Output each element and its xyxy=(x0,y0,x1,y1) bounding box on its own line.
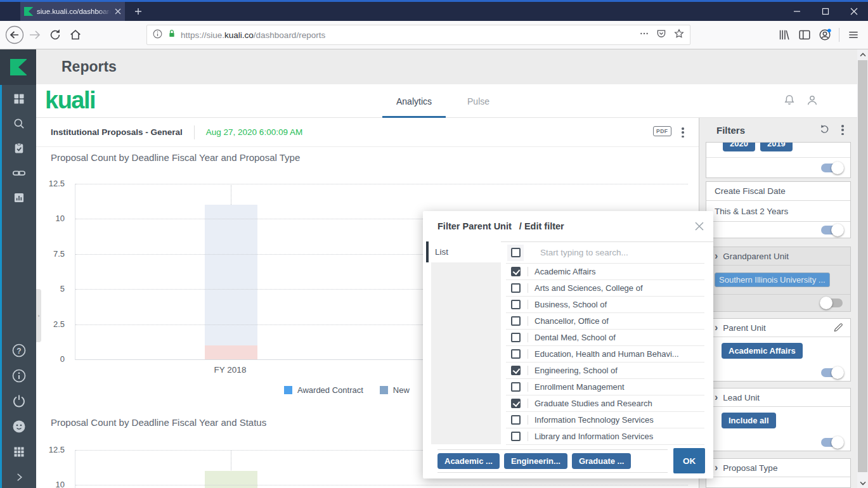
browser-tab[interactable]: siue.kuali.co/dashboard/report xyxy=(20,2,125,21)
selected-unit-chip[interactable]: Academic ... xyxy=(437,453,500,469)
ok-button[interactable]: OK xyxy=(673,448,705,473)
window-controls xyxy=(782,2,868,21)
unit-option-label: Chancellor, Office of xyxy=(534,316,609,326)
profile-icon[interactable] xyxy=(805,93,819,110)
filter-toggle[interactable] xyxy=(821,226,843,234)
unit-option-row[interactable]: Graduate Studies and Research xyxy=(506,395,704,412)
pdf-export-button[interactable]: PDF xyxy=(653,126,671,136)
unit-checkbox[interactable] xyxy=(511,316,521,326)
apps-icon[interactable] xyxy=(11,444,27,459)
unit-option-row[interactable]: Dental Med, School of xyxy=(506,330,704,346)
unit-option-row[interactable]: Business, School of xyxy=(506,297,704,313)
unit-checkbox[interactable] xyxy=(511,432,521,441)
tab-close-icon[interactable] xyxy=(115,8,121,15)
help-icon[interactable]: ? xyxy=(11,343,27,358)
selected-unit-chip[interactable]: Graduate ... xyxy=(572,453,632,469)
search-icon[interactable] xyxy=(11,116,27,131)
card-header[interactable]: › Grandparent Unit xyxy=(706,247,850,266)
unit-checkbox[interactable] xyxy=(511,415,521,425)
pocket-icon[interactable] xyxy=(656,28,667,42)
legend-item[interactable]: Awarded Contract xyxy=(284,385,363,395)
unit-option-row[interactable]: Engineering, School of xyxy=(506,363,704,379)
unit-option-label: Academic Affairs xyxy=(534,267,596,276)
page-actions-icon[interactable] xyxy=(639,29,649,41)
page-scrollbar[interactable] xyxy=(857,49,868,488)
unit-checkbox[interactable] xyxy=(511,333,521,342)
select-all-checkbox[interactable] xyxy=(511,248,521,257)
scroll-down-icon[interactable] xyxy=(857,478,868,488)
unit-option-row[interactable]: Enrollment Management xyxy=(506,379,704,395)
unit-checkbox[interactable] xyxy=(511,267,521,276)
card-header-label[interactable]: Create Fiscal Date xyxy=(706,182,850,201)
create-fiscal-date-value[interactable]: This & Last 2 Years xyxy=(706,201,850,222)
card-header[interactable]: › Proposal Type xyxy=(706,459,850,477)
filters-menu-icon[interactable] xyxy=(841,125,844,135)
url-bar[interactable]: https://siue.kuali.co/dashboard/reports xyxy=(146,25,690,45)
account-icon[interactable] xyxy=(815,25,835,45)
dashboard-icon[interactable] xyxy=(11,91,27,106)
forward-button[interactable] xyxy=(25,25,45,45)
unit-option-row[interactable]: Information Technology Services xyxy=(506,412,704,428)
legend-item[interactable]: New xyxy=(380,385,410,395)
tasks-icon[interactable] xyxy=(11,141,27,156)
tab-pulse[interactable]: Pulse xyxy=(450,84,507,118)
bookmark-star-icon[interactable] xyxy=(673,28,685,42)
report-menu-icon[interactable] xyxy=(682,127,684,138)
tab-title: siue.kuali.co/dashboard/report xyxy=(37,8,111,15)
chart1-bar[interactable] xyxy=(205,184,257,359)
grandparent-unit-selected-value[interactable]: Southern Illinois University ... xyxy=(715,273,830,287)
expand-sidebar-icon[interactable] xyxy=(11,470,27,485)
unit-option-row[interactable]: Arts and Sciences, College of xyxy=(506,280,704,297)
lead-unit-chip[interactable]: Include all xyxy=(722,413,776,428)
chart-icon[interactable] xyxy=(11,190,27,205)
unit-checkbox[interactable] xyxy=(511,300,521,309)
back-button[interactable] xyxy=(4,25,25,45)
unit-search-input[interactable] xyxy=(540,248,686,257)
close-button[interactable] xyxy=(839,2,868,21)
unit-checkbox[interactable] xyxy=(511,399,521,408)
minimize-button[interactable] xyxy=(782,2,811,21)
card-header[interactable]: › Lead Unit xyxy=(706,388,850,407)
reload-button[interactable] xyxy=(45,25,65,45)
report-timestamp: Aug 27, 2020 6:00:09 AM xyxy=(206,127,302,137)
home-button[interactable] xyxy=(65,25,86,45)
unit-checkbox[interactable] xyxy=(511,366,521,375)
filter-toggle[interactable] xyxy=(821,368,843,377)
menu-icon[interactable] xyxy=(843,25,864,45)
modal-nav-item-list[interactable]: List xyxy=(426,241,501,262)
maximize-button[interactable] xyxy=(811,2,839,21)
filters-refresh-icon[interactable] xyxy=(819,124,830,138)
unit-checkbox[interactable] xyxy=(511,283,521,293)
unit-option-row[interactable]: Library and Information Services xyxy=(506,428,704,445)
unit-option-row[interactable]: Chancellor, Office of xyxy=(506,313,704,330)
card-header[interactable]: › Parent Unit xyxy=(706,319,850,337)
fiscal-year-chip[interactable]: 2019 xyxy=(760,143,793,151)
unit-option-row[interactable]: Academic Affairs xyxy=(506,264,704,280)
link-icon[interactable] xyxy=(11,165,27,181)
scroll-up-icon[interactable] xyxy=(857,49,868,60)
logout-icon[interactable] xyxy=(11,394,27,409)
https-lock-icon[interactable] xyxy=(167,29,177,41)
drawer-handle[interactable]: › xyxy=(36,289,41,342)
sidebars-icon[interactable] xyxy=(794,25,815,45)
filter-toggle[interactable] xyxy=(821,164,843,172)
library-icon[interactable] xyxy=(774,25,794,45)
parent-unit-chip[interactable]: Academic Affairs xyxy=(722,343,803,359)
fiscal-year-chip[interactable]: 2020 xyxy=(723,143,755,151)
scrollbar-thumb[interactable] xyxy=(858,60,867,472)
info-icon[interactable] xyxy=(11,368,27,383)
page-info-icon[interactable] xyxy=(152,29,163,42)
kuali-logo-icon[interactable] xyxy=(0,49,36,85)
filter-toggle[interactable] xyxy=(821,299,843,307)
edit-filter-pencil-icon[interactable] xyxy=(832,322,844,335)
unit-option-row[interactable]: Education, Health and Human Behavi... xyxy=(506,346,704,363)
feedback-icon[interactable] xyxy=(11,419,27,434)
selected-unit-chip[interactable]: Engineerin... xyxy=(504,453,567,469)
new-tab-button[interactable] xyxy=(131,4,146,19)
filter-toggle[interactable] xyxy=(821,438,843,447)
unit-checkbox[interactable] xyxy=(511,382,521,392)
notifications-bell-icon[interactable] xyxy=(782,93,796,110)
modal-close-icon[interactable] xyxy=(693,220,706,233)
unit-checkbox[interactable] xyxy=(511,349,521,359)
tab-analytics[interactable]: Analytics xyxy=(379,84,450,118)
